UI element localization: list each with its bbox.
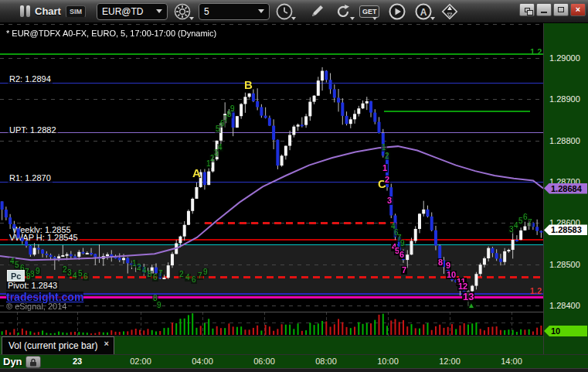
close-pane-icon[interactable]: ×: [104, 339, 108, 348]
axis-tick-label: 1.29000: [549, 53, 580, 63]
time-axis-label: 04:00: [192, 357, 213, 366]
symbol-value: EUR@TD: [102, 6, 151, 17]
maximize-icon: [558, 7, 564, 12]
auto-scale-button[interactable]: A: [413, 2, 433, 21]
gear-icon: [174, 3, 191, 20]
axis-tick-label: 1.28400: [549, 301, 580, 310]
pencil-icon: [309, 4, 325, 19]
time-axis-label: 12:00: [439, 357, 461, 366]
restore-icon: [525, 8, 530, 12]
close-icon: ×: [576, 5, 580, 14]
swap-arrows-icon: [441, 3, 458, 20]
get-data-button[interactable]: GET: [359, 5, 380, 18]
pane-tab-row: Vol (current price bar) ×: [0, 336, 543, 354]
maximize-button[interactable]: [553, 3, 569, 16]
interval-dropdown[interactable]: 5: [199, 3, 270, 20]
axis-tick-label: 1.28800: [549, 136, 580, 145]
chevron-down-icon: [189, 17, 194, 20]
chevron-down-icon: [258, 9, 264, 13]
symbol-dropdown[interactable]: EUR@TD: [97, 3, 168, 20]
swap-symbol-button[interactable]: [440, 2, 460, 21]
dyn-label: Dyn: [3, 356, 22, 367]
padlock-icon: [29, 358, 37, 367]
ma-value-tag: 1.28684: [544, 183, 587, 194]
window-grip-icon[interactable]: [20, 5, 30, 17]
close-button[interactable]: ×: [570, 3, 586, 16]
auto-a-icon: A: [415, 3, 432, 20]
clock-icon: [276, 3, 293, 20]
axis-tick-label: 1.28900: [549, 94, 580, 104]
window-title: Chart: [35, 5, 61, 17]
time-axis-label: 08:00: [315, 357, 337, 366]
chevron-down-icon: [350, 17, 355, 20]
restore-button[interactable]: [519, 3, 535, 16]
chevron-down-icon: [291, 17, 296, 20]
price-axis[interactable]: 1.290001.289001.288001.287001.286001.285…: [543, 23, 588, 354]
get-label: GET: [362, 8, 377, 15]
minimize-icon: [541, 12, 547, 13]
toolbar: Chart SIM EUR@TD 5: [0, 0, 588, 23]
lock-button[interactable]: [25, 356, 41, 368]
time-axis-label: 10:00: [377, 357, 399, 366]
reload-button[interactable]: [333, 2, 353, 21]
time-axis[interactable]: Dyn 2302:0004:0006:0008:0010:0012:0014:0…: [0, 354, 588, 368]
axis-tick-label: 1.28500: [549, 260, 580, 269]
time-template-button[interactable]: [274, 2, 294, 21]
draw-tool-button[interactable]: [307, 2, 327, 21]
window-controls: ×: [519, 3, 586, 16]
chevron-down-icon: [372, 17, 377, 20]
volume-canvas[interactable]: [0, 312, 543, 336]
time-axis-label: 23: [73, 357, 82, 366]
minimize-button[interactable]: [536, 3, 552, 16]
refresh-arrow-icon: [335, 3, 352, 20]
chart-window: Chart SIM EUR@TD 5: [0, 0, 588, 372]
settings-button[interactable]: [172, 2, 192, 21]
bottom-scrollbar[interactable]: [0, 368, 588, 372]
interval-value: 5: [204, 6, 253, 17]
volume-pane-tab[interactable]: Vol (current price bar) ×: [2, 336, 114, 355]
last-price-tag: 1.28583: [544, 224, 587, 235]
svg-text:A: A: [420, 6, 427, 17]
chevron-down-icon: [430, 17, 435, 20]
time-axis-label: 14:00: [501, 357, 522, 366]
play-button[interactable]: [387, 2, 407, 21]
sim-badge: SIM: [66, 5, 86, 18]
volume-value-tag: 10: [544, 326, 587, 336]
candlestick-canvas[interactable]: [0, 23, 543, 312]
volume-pane-tab-label: Vol (current price bar): [8, 340, 97, 351]
time-axis-label: 02:00: [130, 357, 151, 366]
play-icon: [389, 3, 406, 20]
time-axis-label: 06:00: [253, 357, 275, 366]
chevron-down-icon: [156, 9, 162, 13]
